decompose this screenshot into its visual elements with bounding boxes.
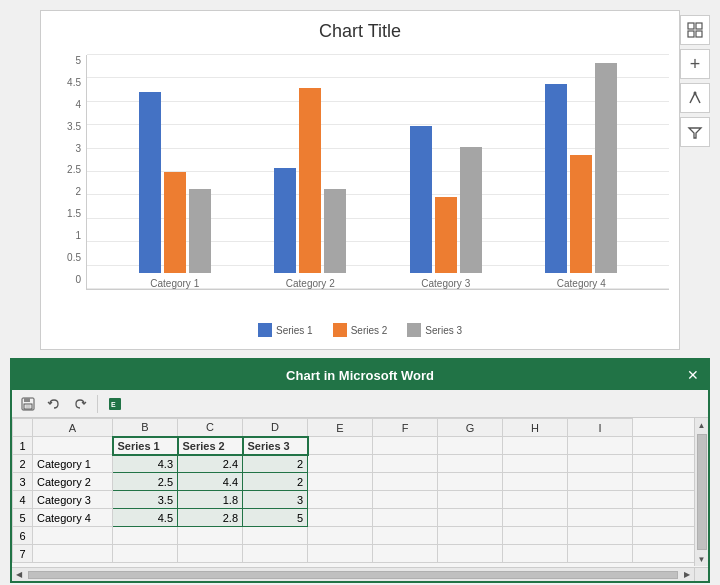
- chart-filters-button[interactable]: [680, 117, 710, 147]
- cell-r7-c7[interactable]: [503, 545, 568, 563]
- row-num-1[interactable]: 1: [13, 437, 33, 455]
- scroll-right-arrow[interactable]: ▶: [680, 568, 694, 582]
- cell-r7-c2[interactable]: [178, 545, 243, 563]
- row-num-2[interactable]: 2: [13, 455, 33, 473]
- cell-r2-c3[interactable]: 2: [243, 455, 308, 473]
- cell-r4-c4[interactable]: [308, 491, 373, 509]
- cell-r5-c3[interactable]: 5: [243, 509, 308, 527]
- scroll-up-arrow[interactable]: ▲: [695, 418, 709, 432]
- cell-r6-c0[interactable]: [33, 527, 113, 545]
- cell-r3-c4[interactable]: [308, 473, 373, 491]
- cell-r1-c1[interactable]: Series 1: [113, 437, 178, 455]
- chart-quick-layout-button[interactable]: [680, 83, 710, 113]
- cell-r1-c8[interactable]: [568, 437, 633, 455]
- cell-r7-c4[interactable]: [308, 545, 373, 563]
- row-num-3[interactable]: 3: [13, 473, 33, 491]
- col-header-A[interactable]: A: [33, 419, 113, 437]
- cell-r6-c5[interactable]: [373, 527, 438, 545]
- cell-r4-c8[interactable]: [568, 491, 633, 509]
- cell-r7-c3[interactable]: [243, 545, 308, 563]
- close-button[interactable]: ✕: [683, 365, 703, 385]
- horizontal-scrollbar[interactable]: ◀ ▶: [12, 567, 694, 581]
- cell-r2-c4[interactable]: [308, 455, 373, 473]
- col-header-B[interactable]: B: [113, 419, 178, 437]
- category-group-4: Category 4: [545, 55, 617, 289]
- scroll-left-arrow[interactable]: ◀: [12, 568, 26, 582]
- spreadsheet-container: Chart in Microsoft Word ✕ E: [10, 358, 710, 583]
- col-header-I[interactable]: I: [568, 419, 633, 437]
- undo-button[interactable]: [43, 393, 65, 415]
- cell-r4-c5[interactable]: [373, 491, 438, 509]
- cell-r1-c2[interactable]: Series 2: [178, 437, 243, 455]
- cell-r3-c7[interactable]: [503, 473, 568, 491]
- cell-r2-c2[interactable]: 2.4: [178, 455, 243, 473]
- cell-r5-c1[interactable]: 4.5: [113, 509, 178, 527]
- cell-r6-c4[interactable]: [308, 527, 373, 545]
- cell-r1-c7[interactable]: [503, 437, 568, 455]
- vertical-scrollbar[interactable]: ▲ ▼: [694, 418, 708, 566]
- row-num-6[interactable]: 6: [13, 527, 33, 545]
- row-num-4[interactable]: 4: [13, 491, 33, 509]
- save-button[interactable]: [17, 393, 39, 415]
- cell-r6-c7[interactable]: [503, 527, 568, 545]
- cell-r7-c5[interactable]: [373, 545, 438, 563]
- cell-r2-c6[interactable]: [438, 455, 503, 473]
- cell-r2-c8[interactable]: [568, 455, 633, 473]
- cell-r3-c5[interactable]: [373, 473, 438, 491]
- col-header-D[interactable]: D: [243, 419, 308, 437]
- cell-r5-c7[interactable]: [503, 509, 568, 527]
- cell-r2-c1[interactable]: 4.3: [113, 455, 178, 473]
- cell-r7-c6[interactable]: [438, 545, 503, 563]
- cell-r4-c7[interactable]: [503, 491, 568, 509]
- cell-r4-c2[interactable]: 1.8: [178, 491, 243, 509]
- cell-r4-c6[interactable]: [438, 491, 503, 509]
- cell-r2-c7[interactable]: [503, 455, 568, 473]
- cell-r5-c5[interactable]: [373, 509, 438, 527]
- scroll-down-arrow[interactable]: ▼: [695, 552, 709, 566]
- cell-r7-c8[interactable]: [568, 545, 633, 563]
- spreadsheet-table-wrapper[interactable]: A B C D E F G H I 1Series 1Series 2Serie…: [12, 418, 708, 583]
- col-header-E[interactable]: E: [308, 419, 373, 437]
- cell-r3-c6[interactable]: [438, 473, 503, 491]
- cell-r2-c5[interactable]: [373, 455, 438, 473]
- cell-r7-c1[interactable]: [113, 545, 178, 563]
- cell-r5-c8[interactable]: [568, 509, 633, 527]
- cell-r5-c0[interactable]: Category 4: [33, 509, 113, 527]
- cell-r6-c3[interactable]: [243, 527, 308, 545]
- row-num-7[interactable]: 7: [13, 545, 33, 563]
- col-header-F[interactable]: F: [373, 419, 438, 437]
- cell-r4-c3[interactable]: 3: [243, 491, 308, 509]
- cell-r2-c0[interactable]: Category 1: [33, 455, 113, 473]
- scroll-thumb-v[interactable]: [697, 434, 707, 550]
- chart-elements-button[interactable]: [680, 15, 710, 45]
- cell-r1-c5[interactable]: [373, 437, 438, 455]
- col-header-H[interactable]: H: [503, 419, 568, 437]
- cell-r5-c4[interactable]: [308, 509, 373, 527]
- cell-r6-c6[interactable]: [438, 527, 503, 545]
- cell-r3-c2[interactable]: 4.4: [178, 473, 243, 491]
- col-header-C[interactable]: C: [178, 419, 243, 437]
- cell-r1-c0[interactable]: [33, 437, 113, 455]
- cell-r3-c8[interactable]: [568, 473, 633, 491]
- cell-r3-c3[interactable]: 2: [243, 473, 308, 491]
- cell-r1-c3[interactable]: Series 3: [243, 437, 308, 455]
- legend-color-s1: [258, 323, 272, 337]
- cell-r6-c1[interactable]: [113, 527, 178, 545]
- cell-r3-c0[interactable]: Category 2: [33, 473, 113, 491]
- cell-r5-c2[interactable]: 2.8: [178, 509, 243, 527]
- cell-r7-c0[interactable]: [33, 545, 113, 563]
- cell-r1-c4[interactable]: [308, 437, 373, 455]
- cell-r4-c0[interactable]: Category 3: [33, 491, 113, 509]
- col-header-G[interactable]: G: [438, 419, 503, 437]
- redo-button[interactable]: [69, 393, 91, 415]
- cell-r4-c1[interactable]: 3.5: [113, 491, 178, 509]
- excel-button[interactable]: E: [104, 393, 126, 415]
- cell-r6-c2[interactable]: [178, 527, 243, 545]
- cell-r3-c1[interactable]: 2.5: [113, 473, 178, 491]
- cell-r5-c6[interactable]: [438, 509, 503, 527]
- scroll-thumb-h[interactable]: [28, 571, 678, 579]
- chart-styles-button[interactable]: +: [680, 49, 710, 79]
- cell-r6-c8[interactable]: [568, 527, 633, 545]
- row-num-5[interactable]: 5: [13, 509, 33, 527]
- cell-r1-c6[interactable]: [438, 437, 503, 455]
